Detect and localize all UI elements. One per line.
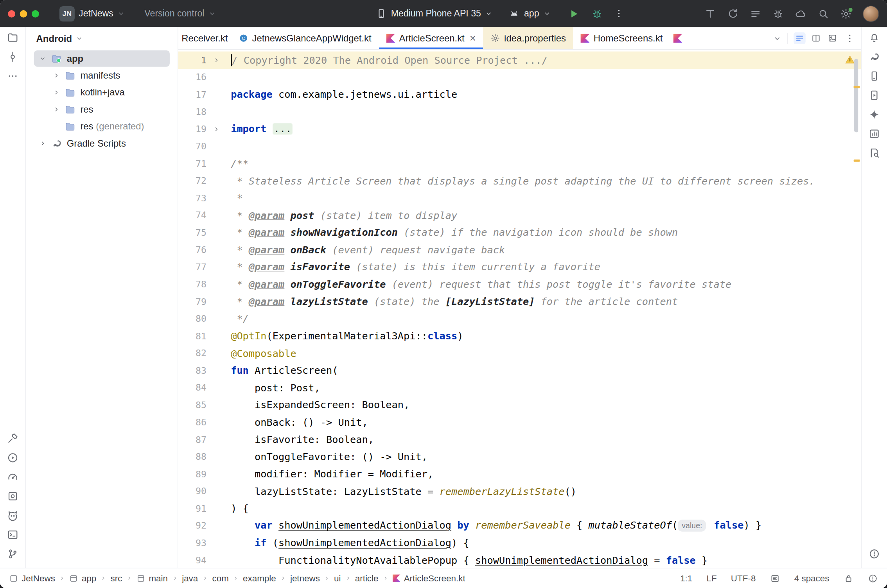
code-line-1[interactable]: 1/ Copyright 2020 The Android Open Sourc…	[178, 52, 861, 69]
code-line-91[interactable]: 91) {	[178, 500, 861, 517]
breadcrumb-jetnews[interactable]: JetNews	[9, 573, 55, 583]
tab-homescreens-kt[interactable]: HomeScreens.kt	[573, 27, 670, 49]
breadcrumb-app[interactable]: app	[69, 573, 96, 583]
reader-mode-toggle[interactable]	[770, 573, 780, 583]
code-line-73[interactable]: 73 *	[178, 190, 861, 207]
inspections-warning-icon[interactable]	[845, 54, 855, 65]
project-view-header[interactable]: Android	[26, 27, 178, 50]
profiler-action-icon[interactable]	[727, 8, 739, 20]
code-line-88[interactable]: 88 onToggleFavorite: () -> Unit,	[178, 448, 861, 465]
find-tool-button[interactable]	[868, 147, 880, 159]
debug-button[interactable]	[591, 8, 603, 20]
tab-receiver-kt[interactable]: Receiver.kt	[178, 27, 231, 49]
app-inspection-tool-button[interactable]	[7, 490, 18, 502]
code-line-85[interactable]: 85 isExpandedScreen: Boolean,	[178, 396, 861, 414]
terminal-tool-button[interactable]	[7, 529, 18, 540]
breadcrumb-src[interactable]: src	[111, 573, 122, 583]
indent-style[interactable]: 4 spaces	[794, 573, 830, 583]
breadcrumb-main[interactable]: main	[136, 573, 168, 583]
breadcrumb-article[interactable]: article	[355, 573, 379, 583]
commit-tool-button[interactable]	[7, 51, 18, 63]
vcs-widget[interactable]: Version control	[144, 9, 216, 19]
profiler-tool-button[interactable]	[7, 471, 18, 483]
code-line-74[interactable]: 74 * @param post (state) item to display	[178, 207, 861, 224]
chevron-right-icon[interactable]	[37, 138, 47, 149]
code-line-90[interactable]: 90 lazyListState: LazyListState = rememb…	[178, 483, 861, 500]
breadcrumb-com[interactable]: com	[212, 573, 228, 583]
sdk-manager-icon[interactable]	[795, 8, 806, 20]
warning-stripe-mark[interactable]	[854, 160, 860, 162]
line-ending[interactable]: LF	[707, 573, 717, 583]
user-avatar[interactable]	[863, 5, 879, 22]
chevron-right-icon[interactable]	[51, 87, 61, 97]
design-view-button[interactable]	[826, 32, 838, 44]
code-line-18[interactable]: 18	[178, 103, 861, 120]
tree-item-gradle-scripts[interactable]: Gradle Scripts	[34, 135, 170, 152]
tree-item-res[interactable]: res (generated)	[34, 118, 170, 134]
project-tool-button[interactable]	[7, 32, 18, 43]
breadcrumb-articlescreen-kt[interactable]: ArticleScreen.kt	[393, 573, 465, 583]
breadcrumb-example[interactable]: example	[243, 573, 276, 583]
zoom-window-button[interactable]	[32, 10, 39, 17]
version-control-tool-button[interactable]	[7, 548, 18, 560]
notifications-button[interactable]	[868, 32, 880, 43]
tab-jetnewsglanceappwidget-kt[interactable]: CJetnewsGlanceAppWidget.kt	[231, 27, 379, 49]
build-tool-button[interactable]	[7, 433, 18, 445]
warning-stripe-mark[interactable]	[854, 86, 860, 88]
code-line-78[interactable]: 78 * @param onToggleFavorite (event) req…	[178, 276, 861, 293]
code-line-17[interactable]: 17package com.example.jetnews.ui.article	[178, 86, 861, 103]
close-window-button[interactable]	[8, 10, 15, 17]
fold-arrow-icon[interactable]	[206, 125, 226, 133]
inspection-status-icon[interactable]	[868, 573, 878, 583]
code-line-87[interactable]: 87 isFavorite: Boolean,	[178, 431, 861, 448]
project-view-selector[interactable]: Android	[36, 33, 72, 44]
code-line-71[interactable]: 71/**	[178, 155, 861, 172]
editor-scrollbar[interactable]	[854, 59, 858, 132]
code-editor[interactable]: 1/ Copyright 2020 The Android Open Sourc…	[178, 50, 861, 568]
project-widget[interactable]: JN JetNews	[59, 6, 125, 21]
chevron-right-icon[interactable]	[51, 104, 61, 115]
fold-arrow-icon[interactable]	[206, 56, 226, 64]
code-line-76[interactable]: 76 * @param onBack (event) request navig…	[178, 241, 861, 258]
chevron-down-icon[interactable]	[37, 54, 47, 64]
problems-tool-button[interactable]	[868, 548, 880, 560]
gradle-tool-button[interactable]	[868, 51, 880, 63]
tab-idea-properties[interactable]: idea.properties	[483, 27, 573, 49]
tree-item-manifests[interactable]: manifests	[34, 67, 170, 84]
device-selector[interactable]: Medium Phone API 35	[376, 8, 493, 19]
app-insights-tool-button[interactable]	[868, 128, 880, 140]
device-manager-button[interactable]	[868, 70, 880, 82]
search-everywhere-icon[interactable]	[817, 8, 829, 20]
code-line-16[interactable]: 16	[178, 69, 861, 86]
run-button[interactable]	[568, 8, 580, 20]
more-run-actions-icon[interactable]	[613, 8, 625, 19]
build-variants-icon[interactable]	[750, 8, 761, 20]
tree-item-kotlin-java[interactable]: kotlin+java	[34, 84, 170, 101]
gemini-button[interactable]	[868, 109, 880, 120]
settings-icon[interactable]	[840, 8, 852, 20]
code-view-button[interactable]	[794, 32, 805, 44]
device-streaming-icon[interactable]	[704, 8, 716, 20]
hidden-tabs-icon[interactable]	[773, 34, 782, 43]
code-line-72[interactable]: 72 * Stateless Article Screen that displ…	[178, 172, 861, 189]
run-configuration-selector[interactable]: app	[509, 8, 551, 19]
running-devices-button[interactable]	[868, 90, 880, 101]
code-line-86[interactable]: 86 onBack: () -> Unit,	[178, 414, 861, 431]
caret-position[interactable]: 1:1	[680, 573, 692, 583]
logcat-tool-button[interactable]	[7, 509, 18, 521]
editor-options-icon[interactable]	[844, 32, 855, 44]
tab-clipped[interactable]	[670, 27, 686, 49]
code-line-94[interactable]: 94 FunctionalityNotAvailablePopup { show…	[178, 552, 861, 568]
code-line-19[interactable]: 19import ...	[178, 120, 861, 138]
code-line-89[interactable]: 89 modifier: Modifier = Modifier,	[178, 465, 861, 482]
tree-item-app[interactable]: app	[34, 50, 170, 67]
code-line-83[interactable]: 83fun ArticleScreen(	[178, 362, 861, 379]
more-tool-windows-button[interactable]	[7, 70, 18, 82]
breadcrumb-ui[interactable]: ui	[334, 573, 341, 583]
run-tool-button[interactable]	[7, 452, 18, 464]
breadcrumb-jetnews[interactable]: jetnews	[290, 573, 320, 583]
breadcrumb-java[interactable]: java	[182, 573, 198, 583]
file-encoding[interactable]: UTF-8	[731, 573, 756, 583]
code-line-93[interactable]: 93 if (showUnimplementedActionDialog) {	[178, 534, 861, 552]
code-line-79[interactable]: 79 * @param lazyListState (state) the [L…	[178, 293, 861, 310]
